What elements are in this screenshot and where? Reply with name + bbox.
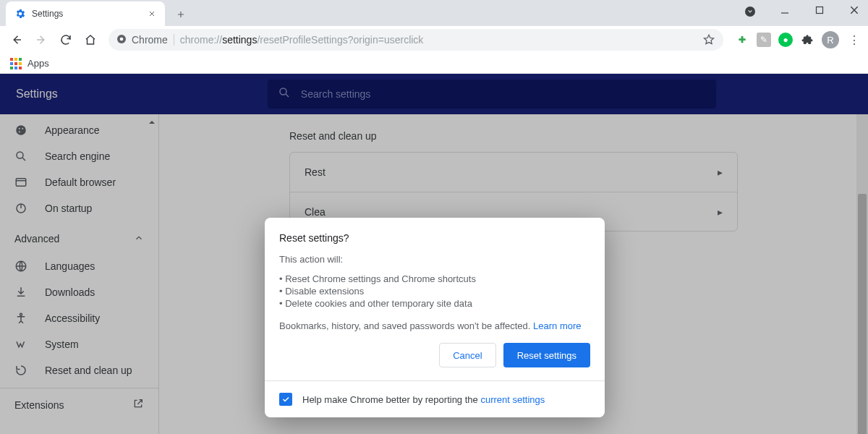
page-content: Settings Appearance Search engine Defaul… (0, 74, 868, 434)
forward-button[interactable] (30, 29, 52, 51)
chrome-menu-button[interactable]: ⋮ (845, 33, 864, 47)
svg-rect-0 (817, 7, 823, 13)
close-window-button[interactable] (843, 5, 865, 17)
cancel-button[interactable]: Cancel (439, 343, 495, 367)
extension-2-icon[interactable]: ✎ (757, 33, 771, 47)
reset-settings-button[interactable]: Reset settings (503, 343, 590, 367)
reload-button[interactable] (55, 29, 77, 51)
apps-grid-icon (10, 58, 22, 69)
url-text: chrome://settings/resetProfileSettings?o… (180, 34, 424, 46)
home-button[interactable] (80, 29, 101, 51)
account-dropdown-icon[interactable] (739, 6, 761, 17)
current-settings-link[interactable]: current settings (480, 394, 545, 405)
origin-label: Chrome (132, 34, 168, 46)
dialog-note: Bookmarks, history, and saved passwords … (279, 320, 590, 331)
bookmark-star-button[interactable] (702, 33, 716, 47)
bullet-1: • Reset Chrome settings and Chrome short… (279, 273, 590, 284)
profile-avatar[interactable]: R (822, 31, 839, 48)
site-info-chip[interactable]: Chrome (116, 33, 168, 47)
bookmarks-bar: Apps (0, 54, 868, 74)
extensions-puzzle-icon[interactable] (800, 33, 814, 47)
learn-more-link[interactable]: Learn more (533, 320, 581, 331)
toolbar: Chrome chrome://settings/resetProfileSet… (0, 26, 868, 54)
minimize-button[interactable] (774, 6, 796, 17)
report-checkbox[interactable] (279, 393, 292, 406)
tab-title: Settings (32, 9, 140, 19)
address-bar[interactable]: Chrome chrome://settings/resetProfileSet… (109, 29, 723, 51)
dialog-bullets: • Reset Chrome settings and Chrome short… (279, 273, 590, 309)
apps-label: Apps (27, 58, 49, 69)
extension-1-icon[interactable]: ✚ (735, 33, 749, 47)
footer-text: Help make Chrome better by reporting the… (302, 394, 545, 405)
chrome-icon (116, 33, 127, 47)
divider (174, 34, 174, 46)
window-controls (739, 0, 865, 22)
dialog-footer: Help make Chrome better by reporting the… (265, 380, 605, 417)
new-tab-button[interactable] (171, 4, 191, 25)
extension-icons: ✚ ✎ ● R (735, 31, 839, 48)
maximize-button[interactable] (809, 6, 830, 17)
settings-favicon-icon (14, 8, 26, 20)
bullet-2: • Disable extensions (279, 286, 590, 297)
extension-3-icon[interactable]: ● (778, 33, 793, 47)
apps-shortcut[interactable]: Apps (10, 58, 49, 69)
bullet-3: • Delete cookies and other temporary sit… (279, 298, 590, 309)
svg-point-2 (120, 37, 124, 41)
browser-tab[interactable]: Settings (6, 1, 165, 26)
dialog-title: Reset settings? (279, 232, 590, 244)
dialog-intro: This action will: (279, 254, 590, 265)
tab-close-button[interactable] (146, 8, 158, 20)
titlebar: Settings (0, 0, 868, 26)
back-button[interactable] (6, 29, 27, 51)
reset-settings-dialog: Reset settings? This action will: • Rese… (265, 218, 605, 417)
